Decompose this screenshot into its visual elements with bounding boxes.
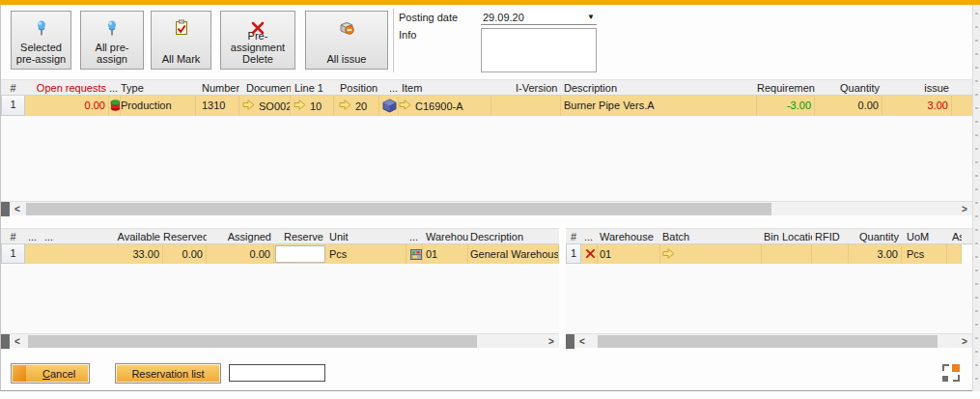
toolbar-button-label: All Mark <box>162 53 201 65</box>
stock-table-hscrollbar[interactable]: < > <box>1 333 559 348</box>
col-header-num: # <box>1 80 25 96</box>
assignment-table-row[interactable]: 1 01 3.00 Pcs <box>566 244 972 264</box>
col-header-requirement: Requirement <box>757 80 815 96</box>
delete-x-icon[interactable] <box>581 244 598 264</box>
toolbar-button-label: All pre-assign <box>83 42 141 65</box>
col-header-num: # <box>1 229 25 244</box>
dropdown-caret-icon: ▼ <box>587 13 595 21</box>
splitter-grip[interactable] <box>1 202 10 216</box>
stock-table-empty-area <box>1 264 559 333</box>
scrollbar-thumb[interactable] <box>598 335 938 348</box>
scroll-left-icon[interactable]: < <box>575 334 589 349</box>
col-header-issue: issue <box>882 80 952 96</box>
position-value: 20 <box>355 97 367 116</box>
main-table-header: # Open requests ... Type Number Document… <box>1 79 972 96</box>
col-header-dots: ... <box>42 229 61 244</box>
i-version-value <box>516 96 561 116</box>
toolbar-button-label: Selected pre-assign <box>14 42 69 65</box>
row-number: 1 <box>566 244 581 264</box>
unit-value: Pcs <box>326 244 406 264</box>
quantity-value: 0.00 <box>815 96 882 116</box>
col-header-assigned: Assigned <box>207 229 274 244</box>
all-mark-button[interactable]: All Mark <box>151 11 211 70</box>
issue-box-icon <box>306 19 387 37</box>
pin-icon <box>12 19 70 37</box>
splitter-grip[interactable] <box>566 334 574 349</box>
col-header-uom: UoM <box>902 229 947 244</box>
scrollbar-thumb[interactable] <box>26 203 771 215</box>
batch-link-arrow-icon[interactable] <box>660 244 762 264</box>
link-arrow-icon[interactable] <box>339 97 351 116</box>
reserve-quantity-input[interactable] <box>275 245 325 263</box>
open-requests-value: 0.00 <box>25 96 109 116</box>
reservation-list-button[interactable]: Reservation list <box>115 363 221 384</box>
scroll-right-icon[interactable]: > <box>545 334 558 349</box>
footer-input[interactable] <box>229 364 325 382</box>
link-arrow-icon[interactable] <box>242 97 255 116</box>
assigned-quantity: 3.00 <box>849 244 902 264</box>
col-header-reserved: Reserved <box>163 229 207 244</box>
col-header-position: Position <box>334 80 379 96</box>
reservation-list-button-label: Reservation list <box>131 368 204 380</box>
col-header-quantity: Quantity <box>815 80 882 96</box>
col-header-as: As <box>947 229 962 244</box>
col-header-warehouse: Warehouse <box>598 229 660 244</box>
col-header-reserve: Reserve <box>274 229 326 244</box>
scroll-left-icon[interactable]: < <box>11 202 24 216</box>
toolbar-button-label: All issue <box>327 53 367 65</box>
scrollbar-thumb[interactable] <box>28 335 477 348</box>
window-body: Selected pre-assign All pre-assign All M… <box>0 5 979 391</box>
bin-location-value <box>762 244 812 264</box>
item-cube-icon <box>379 96 399 116</box>
info-textarea[interactable] <box>481 28 597 72</box>
all-issue-button[interactable]: All issue <box>305 11 388 70</box>
resize-handle-icon[interactable] <box>942 364 960 382</box>
main-table-hscrollbar[interactable]: < > <box>1 201 972 215</box>
number-value: 1310 <box>196 96 239 116</box>
available-value: 33.00 <box>61 244 163 264</box>
requirement-value: -3.00 <box>757 96 815 116</box>
cancel-button-label: Cancel <box>42 368 75 380</box>
all-pre-assign-button[interactable]: All pre-assign <box>80 11 144 70</box>
posting-date-label: Posting date <box>399 12 458 23</box>
col-header-item: Item <box>399 80 491 96</box>
main-table-empty-area <box>1 116 972 201</box>
row-number: 1 <box>1 96 25 116</box>
main-table-row[interactable]: 1 0.00 Production 1310 SO0026 10 20 <box>1 96 972 116</box>
col-header-line1: Line 1 <box>291 80 334 96</box>
checklist-icon <box>152 19 210 37</box>
assigned-value: 0.00 <box>207 244 274 264</box>
warehouse-crate-icon <box>406 244 423 264</box>
col-header-warehouse: Warehouse <box>423 229 468 244</box>
link-arrow-icon[interactable] <box>294 97 306 116</box>
col-header-number: Number <box>196 80 239 96</box>
rfid-value <box>812 244 849 264</box>
info-label: Info <box>399 29 416 41</box>
as-value <box>947 244 962 264</box>
col-header-available: Available <box>61 229 163 244</box>
col-header-i-version: I-Version <box>516 80 561 96</box>
splitter-grip[interactable] <box>1 334 10 349</box>
stock-table-header: # ... ... Available Reserved Assigned Re… <box>1 228 559 244</box>
col-header-dots: ... <box>25 229 42 244</box>
link-arrow-icon[interactable] <box>399 97 411 116</box>
col-header-open-requests: Open requests <box>25 80 109 96</box>
line1-value: 10 <box>310 97 322 116</box>
pre-assignment-delete-button[interactable]: Pre-assignment Delete <box>220 11 295 70</box>
type-value: Production <box>121 96 196 116</box>
document-value: SO0026 <box>259 97 291 116</box>
col-header-rfid: RFID <box>812 229 849 244</box>
scroll-right-icon[interactable]: > <box>958 202 971 216</box>
production-icon <box>109 96 121 116</box>
scroll-right-icon[interactable]: > <box>958 334 971 349</box>
assignment-table-hscrollbar[interactable]: < > <box>566 333 972 348</box>
warehouse-code: 01 <box>598 244 660 264</box>
selected-pre-assign-button[interactable]: Selected pre-assign <box>11 11 71 70</box>
cancel-button[interactable]: Cancel <box>11 363 90 384</box>
scroll-left-icon[interactable]: < <box>11 334 24 349</box>
col-header-dots: ... <box>581 229 598 244</box>
window-edge-strip <box>972 5 980 391</box>
posting-date-select[interactable]: 29.09.20 ▼ <box>481 10 597 25</box>
issue-value: 3.00 <box>882 96 952 116</box>
stock-table-row[interactable]: 1 33.00 0.00 0.00 Pcs 01 General Warehou… <box>1 244 559 264</box>
